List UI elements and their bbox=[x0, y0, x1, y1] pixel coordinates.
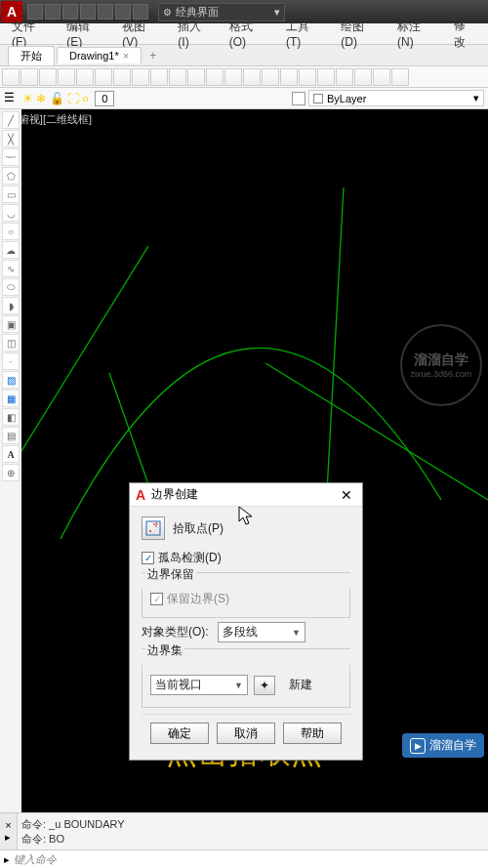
svg-line-0 bbox=[21, 246, 148, 451]
boundary-set-group-title: 边界集 bbox=[145, 642, 184, 659]
checkbox-checked-icon: ✓ bbox=[142, 552, 154, 564]
ellipsearc-icon[interactable]: ◗ bbox=[2, 297, 20, 314]
hatch-icon[interactable]: ▨ bbox=[2, 371, 20, 389]
pline-icon[interactable]: 〰 bbox=[2, 148, 20, 166]
arc-icon[interactable]: ◡ bbox=[2, 204, 20, 222]
dialog-title: 边界创建 bbox=[151, 486, 198, 503]
chevron-down-icon: ▼ bbox=[292, 628, 301, 638]
menu-dim[interactable]: 标注(N) bbox=[389, 17, 444, 51]
new-tab-button[interactable]: + bbox=[143, 49, 162, 62]
island-detection-checkbox[interactable]: ✓ 孤岛检测(D) bbox=[142, 550, 350, 566]
menu-edit[interactable]: 编辑(E) bbox=[59, 17, 112, 51]
help-button[interactable]: 帮助 bbox=[283, 723, 342, 744]
tb-markup-icon[interactable] bbox=[373, 68, 390, 86]
tb-calc-icon[interactable] bbox=[391, 68, 409, 86]
tb-zoomprev-icon[interactable] bbox=[280, 68, 298, 86]
pick-new-button[interactable]: ✦ bbox=[254, 676, 275, 695]
color-box-icon bbox=[313, 94, 323, 103]
tb-zoomwin-icon[interactable] bbox=[262, 68, 279, 86]
revcloud-icon[interactable]: ☁ bbox=[2, 241, 20, 259]
table-icon[interactable]: ▤ bbox=[2, 427, 20, 444]
line-icon[interactable]: ╱ bbox=[2, 111, 20, 129]
menu-insert[interactable]: 插入(I) bbox=[170, 17, 219, 51]
tb-save-icon[interactable] bbox=[39, 68, 57, 86]
mtext-icon[interactable]: A bbox=[2, 445, 20, 463]
tb-new-icon[interactable] bbox=[2, 68, 20, 86]
gradient-icon[interactable]: ▦ bbox=[2, 390, 20, 407]
tb-undo2-icon[interactable] bbox=[187, 68, 205, 86]
object-type-label: 对象类型(O): bbox=[142, 624, 212, 641]
addsel-icon[interactable]: ⊕ bbox=[2, 464, 20, 481]
play-icon: ▶ bbox=[410, 738, 426, 754]
draw-toolbar: ╱ ╳ 〰 ⬠ ▭ ◡ ○ ☁ ∿ ⬭ ◗ ▣ ◫ · ▨ ▦ ◧ ▤ A ⊕ bbox=[0, 109, 21, 812]
svg-point-5 bbox=[149, 530, 151, 532]
menu-format[interactable]: 格式(O) bbox=[222, 17, 276, 51]
retain-boundary-checkbox: ✓ 保留边界(S) bbox=[150, 591, 342, 607]
prompt-icon: ▸ bbox=[4, 853, 10, 866]
menu-modify[interactable]: 修改 bbox=[446, 16, 484, 53]
insert-icon[interactable]: ▣ bbox=[2, 315, 20, 333]
tb-open-icon[interactable] bbox=[20, 68, 38, 86]
rect-icon[interactable]: ▭ bbox=[2, 186, 20, 203]
pick-points-label: 拾取点(P) bbox=[173, 520, 224, 537]
block-icon[interactable]: ◫ bbox=[2, 334, 20, 351]
xline-icon[interactable]: ╳ bbox=[2, 130, 20, 147]
command-input[interactable]: ▸ 键入命令 bbox=[0, 849, 488, 868]
object-type-select[interactable]: 多段线▼ bbox=[218, 622, 305, 642]
tb-tp-icon[interactable] bbox=[336, 68, 353, 86]
pick-points-button[interactable] bbox=[142, 517, 165, 540]
command-hint: 键入命令 bbox=[14, 852, 57, 867]
tb-copy-icon[interactable] bbox=[132, 68, 149, 86]
command-history: ×▸ 命令: _u BOUNDARY 命令: BO bbox=[0, 812, 488, 849]
tb-match-icon[interactable] bbox=[169, 68, 186, 86]
tb-pan-icon[interactable] bbox=[224, 68, 242, 86]
circle-icon[interactable]: ○ bbox=[2, 223, 20, 240]
menu-bar: 文件(F) 编辑(E) 视图(V) 插入(I) 格式(O) 工具(T) 绘图(D… bbox=[0, 23, 488, 45]
tb-props-icon[interactable] bbox=[299, 68, 316, 86]
region-icon[interactable]: ◧ bbox=[2, 408, 20, 426]
dialog-button-row: 确定 取消 帮助 bbox=[142, 714, 350, 754]
tb-print-icon[interactable] bbox=[58, 68, 75, 86]
point-icon[interactable]: · bbox=[2, 352, 20, 370]
tb-paste-icon[interactable] bbox=[150, 68, 168, 86]
color-swatch-icon[interactable] bbox=[292, 92, 305, 105]
menu-tools[interactable]: 工具(T) bbox=[278, 17, 331, 51]
tab-start[interactable]: 开始 bbox=[8, 46, 55, 65]
dialog-body: 拾取点(P) ✓ 孤岛检测(D) 边界保留 ✓ 保留边界(S) 对象类型(O): bbox=[130, 507, 362, 760]
tb-sheet-icon[interactable] bbox=[354, 68, 372, 86]
dialog-titlebar[interactable]: A 边界创建 ✕ bbox=[130, 483, 362, 507]
layer-color-combo[interactable]: ByLayer ▾ bbox=[308, 90, 484, 106]
tb-preview-icon[interactable] bbox=[76, 68, 94, 86]
chevron-down-icon: ▼ bbox=[234, 681, 243, 690]
tab-drawing1[interactable]: Drawing1*× bbox=[57, 47, 142, 63]
spline-icon[interactable]: ∿ bbox=[2, 260, 20, 277]
menu-draw[interactable]: 绘图(D) bbox=[333, 17, 387, 51]
close-tab-icon[interactable]: × bbox=[123, 50, 129, 62]
tb-zoom-icon[interactable] bbox=[243, 68, 261, 86]
cancel-button[interactable]: 取消 bbox=[217, 723, 275, 744]
menu-view[interactable]: 视图(V) bbox=[114, 17, 168, 51]
cmd-handle-icon[interactable]: ×▸ bbox=[0, 813, 18, 849]
layer-current[interactable]: 0 bbox=[95, 91, 114, 106]
cmd-history-line: 命令: _u BOUNDARY bbox=[21, 817, 484, 832]
watermark: 溜溜自学 zixue.3d66.com bbox=[400, 324, 482, 406]
new-label: 新建 bbox=[281, 676, 320, 694]
tb-redo2-icon[interactable] bbox=[206, 68, 224, 86]
ok-button[interactable]: 确定 bbox=[150, 723, 209, 744]
ellipse-icon[interactable]: ⬭ bbox=[2, 278, 20, 296]
brand-badge[interactable]: ▶ 溜溜自学 bbox=[402, 733, 484, 758]
checkbox-checked-disabled-icon: ✓ bbox=[150, 593, 163, 605]
boundary-dialog: A 边界创建 ✕ 拾取点(P) ✓ 孤岛检测(D) 边界保留 ✓ 保留边 bbox=[129, 482, 363, 761]
tb-dc-icon[interactable] bbox=[317, 68, 335, 86]
app-badge-icon: A bbox=[136, 487, 145, 503]
polygon-icon[interactable]: ⬠ bbox=[2, 167, 20, 185]
layer-manager-icon[interactable]: ☰ bbox=[4, 91, 20, 106]
close-icon[interactable]: ✕ bbox=[337, 487, 356, 503]
tb-cut-icon[interactable] bbox=[113, 68, 131, 86]
standard-toolbar bbox=[0, 66, 488, 88]
tb-publish-icon[interactable] bbox=[95, 68, 112, 86]
boundary-set-select[interactable]: 当前视口▼ bbox=[150, 675, 248, 695]
layer-state-icons[interactable]: ☀ ❄ 🔓 ⛶ ▢ bbox=[22, 92, 88, 105]
drawing-area[interactable]: [-][俯视][二维线框] ╱ ╳ 〰 ⬠ ▭ ◡ ○ ☁ ∿ ⬭ ◗ ▣ ◫ … bbox=[0, 109, 488, 812]
layer-toolbar: ☰ ☀ ❄ 🔓 ⛶ ▢ 0 ByLayer ▾ bbox=[0, 88, 488, 109]
